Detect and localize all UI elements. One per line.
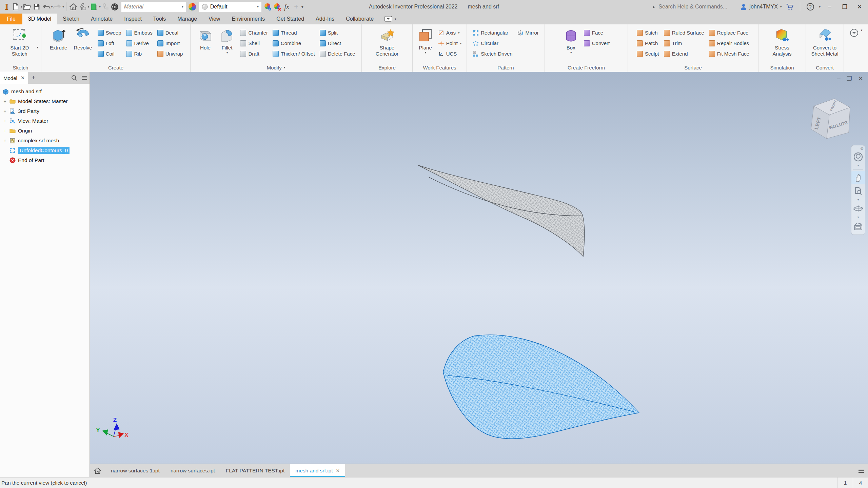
sketch-driven-pattern-button[interactable]: +Sketch Driven: [470, 48, 515, 59]
derived-link-button[interactable]: [101, 2, 110, 12]
doc-tab-close-icon[interactable]: ✕: [336, 468, 340, 473]
blue-mesh-surface[interactable]: [443, 335, 639, 439]
browser-tab-close-icon[interactable]: ✕: [21, 75, 25, 81]
search-input[interactable]: [658, 4, 736, 10]
circular-pattern-button[interactable]: Circular: [470, 38, 515, 48]
home-view-button[interactable]: [68, 2, 78, 12]
tree-item-model-states[interactable]: + Model States: Master: [0, 96, 90, 106]
stitch-button[interactable]: Stitch: [634, 27, 662, 38]
hole-button[interactable]: Hole: [194, 26, 216, 51]
expand-icon[interactable]: +: [3, 108, 7, 114]
extend-button[interactable]: Extend: [662, 48, 707, 59]
doc-restore-icon[interactable]: ❐: [847, 75, 852, 82]
tab-tools[interactable]: Tools: [147, 14, 172, 24]
new-file-caret[interactable]: ▾: [21, 5, 22, 8]
trim-button[interactable]: Trim: [662, 38, 707, 48]
tab-inspect[interactable]: Inspect: [118, 14, 147, 24]
import-button[interactable]: Import: [155, 38, 185, 48]
graphics-viewport[interactable]: – ❐ ✕: [90, 72, 868, 464]
close-button[interactable]: ✕: [854, 2, 865, 12]
adjust-appearance-button[interactable]: [263, 2, 273, 12]
redo-caret[interactable]: ▾: [62, 5, 64, 8]
doc-tab-mesh-and-srf[interactable]: mesh and srf.ipt✕: [290, 464, 345, 477]
qat-customize-caret[interactable]: ▾: [301, 4, 303, 9]
plane-button[interactable]: Plane ▾: [415, 26, 436, 54]
tab-manage[interactable]: Manage: [172, 14, 203, 24]
start-2d-sketch-caret[interactable]: ▾: [37, 46, 39, 49]
revolve-button[interactable]: Revolve: [71, 26, 95, 51]
navigation-wheel-button[interactable]: [851, 150, 865, 164]
parameters-button[interactable]: fx: [282, 2, 292, 12]
chamfer-button[interactable]: Chamfer: [238, 27, 270, 38]
new-file-button[interactable]: [11, 2, 20, 12]
expand-icon[interactable]: +: [3, 138, 7, 143]
browser-search-button[interactable]: [69, 72, 79, 84]
point-caret[interactable]: ▾: [460, 42, 462, 45]
derive-button[interactable]: Derive: [124, 38, 155, 48]
tab-sketch[interactable]: Sketch: [57, 14, 85, 24]
fillet-button[interactable]: Fillet ▾: [216, 26, 238, 54]
save-button[interactable]: [32, 2, 41, 12]
doc-minimize-icon[interactable]: –: [837, 75, 841, 82]
freeform-box-caret[interactable]: ▾: [570, 51, 572, 55]
inventor-logo-icon[interactable]: I: [2, 2, 11, 12]
tree-item-origin[interactable]: + Origin: [0, 126, 90, 136]
repair-bodies-button[interactable]: Repair Bodies: [707, 38, 752, 48]
pan-tool-button[interactable]: [851, 171, 865, 184]
undo-button[interactable]: [41, 2, 51, 12]
doc-tab-list-button[interactable]: [854, 464, 868, 477]
ruled-surface-button[interactable]: Ruled Surface: [662, 27, 707, 38]
tree-item-end-of-part[interactable]: End of Part: [0, 155, 90, 165]
help-button[interactable]: ?: [806, 2, 815, 12]
browser-menu-button[interactable]: [79, 72, 90, 84]
shell-button[interactable]: Shell: [238, 38, 270, 48]
color-wheel-button[interactable]: [188, 2, 197, 12]
expand-icon[interactable]: +: [3, 118, 7, 124]
thread-button[interactable]: Thread: [270, 27, 317, 38]
browser-tab-model[interactable]: Model ✕: [0, 72, 28, 84]
replace-face-button[interactable]: Replace Face: [707, 27, 752, 38]
help-caret[interactable]: ▾: [819, 5, 821, 8]
ribbon-collapse-caret[interactable]: ▾: [861, 28, 863, 32]
expand-icon[interactable]: +: [3, 99, 7, 104]
clear-appearance-button[interactable]: [273, 2, 282, 12]
extrude-button[interactable]: Extrude: [46, 26, 71, 51]
navbar-close-icon[interactable]: ⊗: [860, 147, 864, 150]
material-browser-button[interactable]: [89, 2, 99, 12]
doc-tab-narrow-surfaces-1[interactable]: narrow surfaces 1.ipt: [105, 464, 165, 477]
delete-face-button[interactable]: Delete Face: [317, 48, 358, 59]
doc-close-icon[interactable]: ✕: [858, 75, 863, 82]
convert-to-sheet-metal-button[interactable]: Convert to Sheet Metal: [809, 26, 841, 57]
tab-view[interactable]: View: [203, 14, 226, 24]
store-button[interactable]: [785, 2, 794, 12]
axis-caret[interactable]: ▾: [458, 31, 460, 35]
fillet-caret[interactable]: ▾: [226, 51, 228, 55]
freeform-face-button[interactable]: Face: [581, 27, 612, 38]
add-command-button[interactable]: +: [292, 2, 301, 12]
orbit-tool-caret[interactable]: ▾: [857, 216, 859, 220]
expand-icon[interactable]: +: [3, 128, 7, 134]
ucs-button[interactable]: UCS: [436, 48, 464, 59]
start-2d-sketch-button[interactable]: Start 2D Sketch: [3, 26, 37, 57]
doc-tab-flat-pattern-test[interactable]: FLAT PATTERN TEST.ipt: [220, 464, 290, 477]
browser-add-tab-button[interactable]: +: [28, 72, 38, 84]
stress-analysis-button[interactable]: Stress Analysis: [766, 26, 798, 57]
rectangular-pattern-button[interactable]: Rectangular: [470, 27, 515, 38]
emboss-button[interactable]: Emboss: [124, 27, 155, 38]
tab-file[interactable]: File: [0, 14, 22, 24]
look-at-tool-button[interactable]: [851, 220, 865, 233]
tab-add-ins[interactable]: Add-Ins: [310, 14, 340, 24]
minimize-button[interactable]: –: [824, 2, 835, 12]
appearance-dropdown[interactable]: Default ▾: [199, 2, 261, 12]
group-modify-footer[interactable]: Modify▾: [191, 63, 361, 72]
search-expand-icon[interactable]: ▸: [653, 4, 655, 9]
quick-measure-button[interactable]: [78, 2, 87, 12]
decal-button[interactable]: Decal: [155, 27, 185, 38]
fit-mesh-face-button[interactable]: Fit Mesh Face: [707, 48, 752, 59]
tree-item-3rd-party[interactable]: + 3rd Party: [0, 106, 90, 116]
tab-get-started[interactable]: Get Started: [271, 14, 310, 24]
unwrap-button[interactable]: Unwrap: [155, 48, 185, 59]
tab-collaborate[interactable]: Collaborate: [340, 14, 379, 24]
tree-item-unfoldedcontours[interactable]: UnfoldedContours_0: [0, 145, 90, 155]
draft-button[interactable]: Draft: [238, 48, 270, 59]
